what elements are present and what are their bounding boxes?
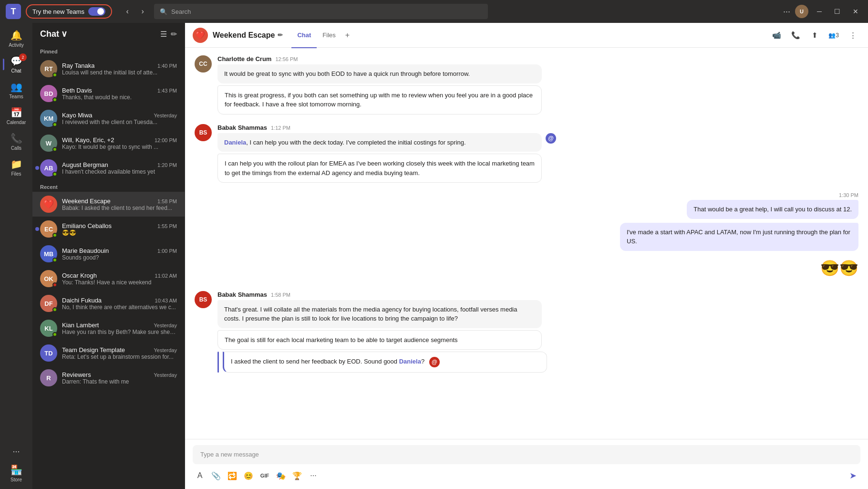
- chat-item-content: Will, Kayo, Eric, +2 12:00 PM Kayo: It w…: [62, 136, 177, 150]
- status-badge: [52, 307, 57, 312]
- message-bubble: That would be a great help, I will call …: [687, 200, 858, 219]
- avatar: BS: [195, 124, 212, 141]
- sidebar-item-store[interactable]: 🏪 Store: [3, 461, 30, 485]
- sidebar-item-calls[interactable]: 📞 Calls: [3, 130, 30, 154]
- chat-list-icons: ☰ ✏: [160, 30, 177, 39]
- sidebar-item-calendar[interactable]: 📅 Calendar: [3, 104, 30, 128]
- maximize-button[interactable]: ☐: [830, 6, 844, 17]
- chat-item-preview: Kayo: It would be great to sync with ...: [62, 144, 177, 150]
- message-group-outgoing: 1:30 PM That would be a great help, I wi…: [195, 192, 858, 283]
- more-compose-button[interactable]: ···: [306, 468, 320, 483]
- compose-toolbar: A 📎 🔁 😊 GIF 🎭 🏆 ··· ➤: [193, 464, 860, 483]
- avatar: OK: [40, 270, 57, 287]
- list-item[interactable]: RT Ray Tanaka 1:40 PM Louisa will send t…: [32, 56, 185, 81]
- tab-files[interactable]: Files: [317, 23, 341, 48]
- chat-item-name: Weekend Escape: [62, 198, 111, 205]
- chat-item-preview: Have you ran this by Beth? Make sure she…: [62, 329, 177, 335]
- filter-icon[interactable]: ☰: [160, 30, 167, 39]
- list-item[interactable]: ❤️ Weekend Escape 1:58 PM Babak: I asked…: [32, 192, 185, 217]
- chat-item-time: 1:20 PM: [157, 162, 177, 168]
- chat-item-content: Kian Lambert Yesterday Have you ran this…: [62, 322, 177, 335]
- list-item[interactable]: AB August Bergman 1:20 PM I haven't chec…: [32, 156, 185, 180]
- participants-count: 👥: [828, 32, 836, 39]
- status-badge: [52, 282, 57, 287]
- more-actions-button[interactable]: ⋮: [845, 28, 860, 43]
- tab-chat[interactable]: Chat: [291, 23, 317, 48]
- gif-button[interactable]: GIF: [258, 468, 272, 483]
- chat-item-content: Marie Beaudouin 1:00 PM Sounds good?: [62, 247, 177, 261]
- participants-button[interactable]: 👥 3: [826, 28, 841, 43]
- send-button[interactable]: ➤: [845, 468, 860, 483]
- sticker-button[interactable]: 🎭: [274, 468, 288, 483]
- message-time: 1:58 PM: [271, 292, 290, 298]
- message-time: 1:12 PM: [271, 125, 290, 131]
- chat-item-content: Weekend Escape 1:58 PM Babak: I asked th…: [62, 198, 177, 211]
- chat-badge: 2: [19, 53, 27, 61]
- list-item[interactable]: EC Emiliano Ceballos 1:55 PM 😎😎: [32, 217, 185, 241]
- chat-item-preview: No, I think there are other alternatives…: [62, 304, 177, 311]
- praise-button[interactable]: 🏆: [290, 468, 304, 483]
- chat-item-time: 1:58 PM: [157, 198, 177, 204]
- search-icon: 🔍: [160, 8, 167, 15]
- list-item[interactable]: KL Kian Lambert Yesterday Have you ran t…: [32, 316, 185, 341]
- sidebar-item-more[interactable]: ···: [3, 444, 30, 459]
- new-chat-icon[interactable]: ✏: [171, 30, 177, 39]
- try-new-teams-button[interactable]: Try the new Teams: [26, 4, 112, 19]
- status-badge: [52, 147, 57, 152]
- chat-item-content: Reviewers Yesterday Darren: Thats fine w…: [62, 371, 177, 385]
- tab-files-label: Files: [322, 31, 335, 39]
- chat-item-name: Kayo Miwa: [62, 112, 93, 119]
- search-bar[interactable]: 🔍 Search: [154, 4, 488, 19]
- avatar: AB: [40, 159, 57, 177]
- emoji-button[interactable]: 😊: [241, 468, 256, 483]
- try-new-teams-label: Try the new Teams: [32, 8, 84, 15]
- status-badge: [52, 233, 57, 238]
- chat-item-time: 1:40 PM: [157, 63, 177, 69]
- sidebar-item-activity[interactable]: 🔔 Activity: [3, 27, 30, 51]
- chat-header-tabs: Chat Files +: [291, 23, 353, 48]
- list-item[interactable]: W Will, Kayo, Eric, +2 12:00 PM Kayo: It…: [32, 131, 185, 156]
- sidebar-item-teams[interactable]: 👥 Teams: [3, 78, 30, 102]
- chat-panel-title[interactable]: Chat ∨: [40, 29, 67, 39]
- minimize-button[interactable]: ─: [813, 6, 826, 17]
- status-badge: [52, 73, 57, 77]
- list-item[interactable]: KM Kayo Miwa Yesterday I reviewed with t…: [32, 106, 185, 131]
- add-tab-button[interactable]: +: [341, 23, 353, 48]
- chat-item-content: Oscar Krogh 11:02 AM You: Thanks! Have a…: [62, 272, 177, 286]
- back-button[interactable]: ‹: [121, 5, 134, 18]
- message-bubble: I can help you with the rollout plan for…: [217, 154, 542, 183]
- compose-input[interactable]: Type a new message: [193, 445, 860, 464]
- audio-call-button[interactable]: 📞: [788, 28, 803, 43]
- message-bubble: This is great progress, if you both can …: [217, 85, 542, 114]
- list-item[interactable]: R Reviewers Yesterday Darren: Thats fine…: [32, 365, 185, 390]
- list-item[interactable]: OK Oscar Krogh 11:02 AM You: Thanks! Hav…: [32, 266, 185, 291]
- share-screen-button[interactable]: ⬆: [807, 28, 822, 43]
- avatar: ❤️: [40, 196, 57, 213]
- mention-text: Daniela: [399, 358, 421, 365]
- list-item[interactable]: MB Marie Beaudouin 1:00 PM Sounds good?: [32, 241, 185, 266]
- status-badge: [52, 122, 57, 127]
- sidebar-label-files: Files: [11, 171, 21, 177]
- compose-placeholder: Type a new message: [200, 451, 259, 458]
- more-options-button[interactable]: ···: [783, 7, 790, 17]
- chat-item-name: August Bergman: [62, 161, 108, 168]
- sidebar-item-chat[interactable]: 💬 Chat 2: [3, 52, 30, 76]
- toggle-icon[interactable]: [88, 7, 105, 16]
- list-item[interactable]: BD Beth Davis 1:43 PM Thanks, that would…: [32, 81, 185, 106]
- edit-icon[interactable]: ✏: [278, 31, 283, 39]
- list-item[interactable]: DF Daichi Fukuda 10:43 AM No, I think th…: [32, 291, 185, 316]
- loop-button[interactable]: 🔁: [225, 468, 239, 483]
- format-button[interactable]: A: [193, 468, 207, 483]
- video-call-button[interactable]: 📹: [769, 28, 784, 43]
- user-avatar[interactable]: U: [795, 5, 808, 18]
- unread-indicator: [35, 227, 39, 231]
- forward-button[interactable]: ›: [136, 5, 149, 18]
- sidebar-item-files[interactable]: 📁 Files: [3, 156, 30, 179]
- at-mention-badge: @: [546, 133, 556, 144]
- close-button[interactable]: ✕: [849, 6, 862, 17]
- attach-button[interactable]: 📎: [209, 468, 223, 483]
- list-item[interactable]: TD Team Design Template Yesterday Reta: …: [32, 341, 185, 365]
- chat-item-time: Yesterday: [154, 372, 177, 378]
- avatar: TD: [40, 344, 57, 362]
- message-bubble: That's great. I will collate all the mat…: [217, 300, 542, 328]
